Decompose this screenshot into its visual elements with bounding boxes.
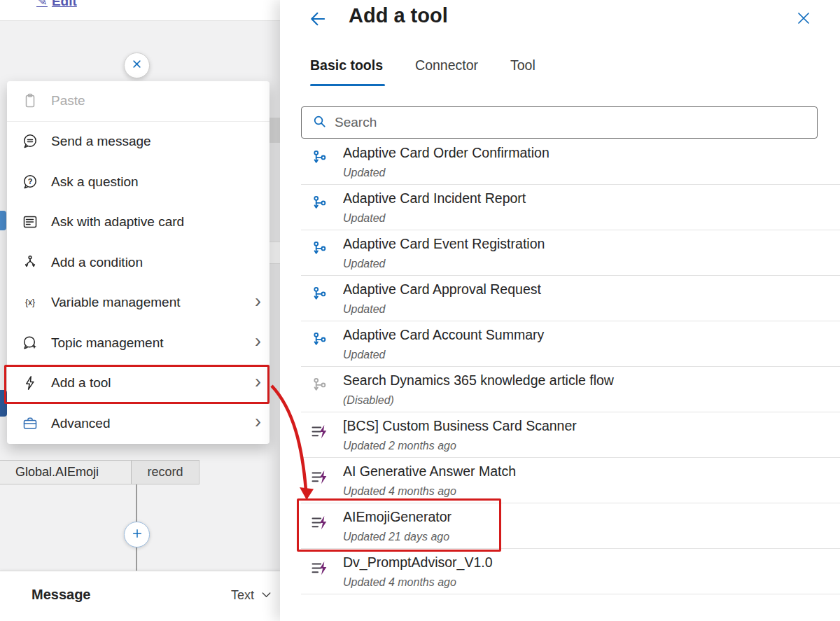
add-tool-panel: Add a tool Basic tools Connector Tool Ad…: [280, 0, 840, 621]
canvas-node-icon-fragment: [0, 211, 6, 230]
menu-item-label: Send a message: [51, 134, 261, 149]
flow-icon: [310, 149, 330, 172]
tool-list-item[interactable]: Adaptive Card Account Summary Updated: [301, 321, 840, 367]
tool-status: Updated 4 months ago: [343, 483, 840, 500]
tool-name: Adaptive Card Event Registration: [343, 230, 840, 253]
variable-chip[interactable]: Global.AIEmoji record: [0, 460, 200, 484]
node-close-button[interactable]: [124, 53, 150, 78]
close-icon: [795, 10, 812, 27]
tool-name: Adaptive Card Approval Request: [343, 276, 840, 299]
search-box: [301, 106, 818, 139]
flow-icon: [310, 195, 330, 217]
menu-item-label: Ask with adaptive card: [51, 214, 261, 230]
flow-icon: [310, 286, 330, 308]
menu-item-advanced[interactable]: Advanced ›: [7, 403, 270, 444]
tool-name: Adaptive Card Order Confirmation: [343, 147, 840, 162]
tool-name: Adaptive Card Account Summary: [343, 321, 840, 344]
text-format-dropdown[interactable]: Text: [231, 588, 272, 603]
menu-item-paste[interactable]: Paste: [7, 81, 270, 122]
topic-icon: [21, 335, 39, 351]
tool-status: Updated 21 days ago: [343, 529, 840, 545]
menu-item-label: Add a tool: [51, 375, 243, 391]
menu-item-label: Variable management: [51, 295, 243, 310]
adaptive-card-icon: [21, 214, 39, 230]
active-tab-indicator: [310, 84, 385, 86]
tab-tool[interactable]: Tool: [510, 57, 536, 74]
chat-bubble-icon: [21, 133, 39, 150]
tool-name: AI Generative Answer Match: [343, 458, 840, 481]
chevron-right-icon: ›: [255, 412, 261, 434]
menu-item-ask-a-question[interactable]: ? Ask a question: [7, 162, 270, 202]
text-format-value: Text: [231, 588, 254, 603]
tool-status: Updated: [343, 347, 840, 363]
tool-name: Search Dynamics 365 knowledge article fl…: [343, 367, 840, 390]
panel-tabs: Basic tools Connector Tool: [310, 57, 536, 74]
plus-icon: [132, 528, 143, 542]
tool-status: Updated 4 months ago: [343, 574, 840, 591]
svg-text:?: ?: [28, 177, 33, 186]
flow-icon: [310, 331, 330, 354]
edit-link-label: Edit: [52, 0, 77, 9]
menu-item-add-a-tool[interactable]: Add a tool ›: [7, 363, 270, 404]
tool-name: Dv_PromptAdvisor_V1.0: [343, 549, 840, 572]
ai-prompt-icon: [310, 422, 330, 445]
panel-close-button[interactable]: [795, 10, 812, 29]
ai-prompt-icon: [310, 559, 330, 581]
tool-list-item[interactable]: AI Generative Answer Match Updated 4 mon…: [301, 458, 840, 503]
search-input[interactable]: [335, 115, 817, 130]
chevron-right-icon: ›: [255, 372, 261, 394]
tool-list-item-aiemojigenerator[interactable]: AIEmojiGenerator Updated 21 days ago: [301, 503, 840, 549]
tool-status: Updated: [343, 301, 840, 318]
tool-status: Updated: [343, 165, 840, 181]
flow-icon: [310, 240, 330, 263]
chevron-right-icon: ›: [255, 292, 261, 314]
tool-list-item[interactable]: Adaptive Card Event Registration Updated: [301, 230, 840, 276]
variable-type: record: [132, 461, 199, 484]
chevron-down-icon: [261, 588, 272, 603]
variable-icon: {x}: [21, 294, 39, 311]
canvas-node-icon-fragment: [0, 390, 7, 417]
app-root: ✎ Edit Global.AIEmoji record Message Tex…: [0, 0, 840, 621]
tool-status: Updated: [343, 210, 840, 227]
menu-item-add-a-condition[interactable]: Add a condition: [7, 242, 270, 283]
ai-prompt-icon: [310, 513, 330, 536]
message-node-title: Message: [31, 587, 91, 603]
tool-list-item[interactable]: [BCS] Custom Business Card Scanner Updat…: [301, 412, 840, 458]
canvas-node-fragment: [270, 242, 280, 264]
menu-item-send-a-message[interactable]: Send a message: [7, 122, 270, 162]
tool-status: (Disabled): [343, 392, 840, 409]
panel-title: Add a tool: [349, 4, 448, 27]
message-node: Message Text: [0, 571, 280, 621]
briefcase-icon: [21, 415, 39, 432]
chevron-right-icon: ›: [255, 332, 261, 354]
tool-list-item[interactable]: Adaptive Card Incident Report Updated: [301, 185, 840, 230]
tab-basic-tools[interactable]: Basic tools: [310, 57, 383, 74]
ai-prompt-icon: [310, 468, 330, 490]
tool-list-item[interactable]: Adaptive Card Approval Request Updated: [301, 276, 840, 321]
tool-status: Updated: [343, 256, 840, 272]
tool-list: Adaptive Card Order Confirmation Updated…: [280, 147, 840, 621]
menu-item-label: Topic management: [51, 335, 243, 351]
tool-list-item[interactable]: Adaptive Card Order Confirmation Updated: [301, 147, 840, 185]
pencil-icon: ✎: [36, 0, 48, 9]
menu-item-ask-with-adaptive-card[interactable]: Ask with adaptive card: [7, 202, 270, 243]
menu-item-label: Paste: [51, 93, 261, 109]
tool-name: Adaptive Card Incident Report: [343, 185, 840, 208]
canvas-node-fragment: [270, 118, 280, 143]
paste-icon: [21, 92, 39, 109]
tool-name: [BCS] Custom Business Card Scanner: [343, 412, 840, 435]
tool-list-item[interactable]: Search Dynamics 365 knowledge article fl…: [301, 367, 840, 412]
menu-item-label: Add a condition: [51, 255, 261, 270]
flow-disabled-icon: [310, 377, 330, 399]
tool-list-item[interactable]: Dv_PromptAdvisor_V1.0 Updated 4 months a…: [301, 549, 840, 594]
menu-item-topic-management[interactable]: Topic management ›: [7, 323, 270, 363]
tool-status: Updated 2 months ago: [343, 438, 840, 454]
edit-link[interactable]: ✎ Edit: [36, 0, 77, 9]
menu-item-variable-management[interactable]: {x} Variable management ›: [7, 283, 270, 323]
back-button[interactable]: [308, 9, 328, 32]
tool-name: AIEmojiGenerator: [343, 503, 840, 526]
close-icon: [132, 59, 142, 72]
variable-name: Global.AIEmoji: [0, 461, 131, 484]
add-node-button[interactable]: [124, 522, 150, 547]
tab-connector[interactable]: Connector: [415, 57, 478, 74]
